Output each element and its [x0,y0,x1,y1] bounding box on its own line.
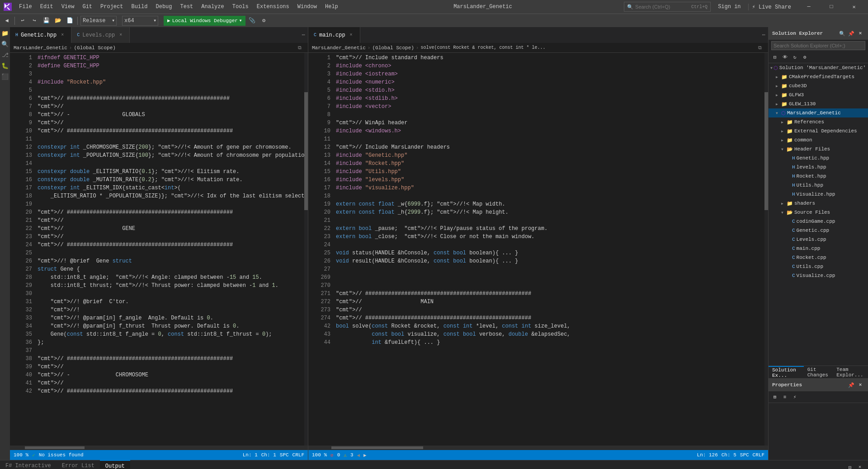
tree-item[interactable]: ▼ ⬡ Solution 'MarsLander_Genetic' (31 of… [769,63,868,72]
se-search-input[interactable] [771,41,865,50]
toolbar-back-btn[interactable]: ◀ [2,16,12,26]
breadcrumb-scope[interactable]: MarsLander_Genetic [14,45,67,51]
right-code-area[interactable]: 1234567891011121314151617181920212223242… [314,53,764,446]
search-input[interactable] [635,4,689,9]
right-scroll-h[interactable] [308,446,768,450]
right-zoom[interactable]: 100 % [312,452,327,458]
se-refresh[interactable]: ↻ [790,53,799,62]
tree-item[interactable]: ▶ 📁 GLEW_1130 [769,99,868,108]
menu-view[interactable]: View [58,3,78,11]
breadcrumb-global[interactable]: (Global Scope) [74,45,115,51]
right-spc[interactable]: SPC [740,452,749,458]
tree-item[interactable]: ▶ 📁 shaders [769,199,868,208]
menu-window[interactable]: Window [294,3,321,11]
props-close-btn[interactable]: × [856,381,864,389]
menu-help[interactable]: Help [321,3,342,11]
close-tab2-btn[interactable]: × [118,32,124,38]
tree-item[interactable]: C Visualize.cpp [769,271,868,280]
menu-file[interactable]: File [15,3,36,11]
menu-extensions[interactable]: Extensions [253,3,293,11]
toolbar-more[interactable]: ⚙ [259,16,269,26]
tree-item[interactable]: C main.cpp [769,244,868,253]
tree-item[interactable]: ▶ 📁 common [769,136,868,145]
menu-project[interactable]: Project [97,3,127,11]
right-tab-more[interactable]: ⋯ [759,27,768,43]
bottom-tab-fsharp[interactable]: F# Interactive [0,460,57,469]
tree-item[interactable]: ▼ 📂 Source Files [769,208,868,217]
bottom-float-btn[interactable]: ⊡ [845,463,854,469]
se-filter[interactable]: ⚙ [800,53,809,62]
menu-tools[interactable]: Tools [229,3,252,11]
search-bar[interactable]: 🔍 Ctrl+Q [624,2,711,12]
menu-debug[interactable]: Debug [152,3,175,11]
maximize-button[interactable]: □ [821,0,842,14]
right-bc-scope[interactable]: MarsLander_Genetic [312,45,366,51]
tree-item[interactable]: ▶ 📁 CMakePredefinedTargets [769,72,868,81]
tree-item[interactable]: H levels.hpp [769,163,868,172]
sign-in-button[interactable]: Sign in [714,4,744,10]
tree-item[interactable]: ▶ 📁 References [769,117,868,127]
tree-item[interactable]: H Visualize.hpp [769,190,868,199]
right-bc-fn[interactable]: solve(const Rocket & rocket, const int *… [420,45,545,50]
close-tab3-btn[interactable]: × [348,32,354,38]
right-crlf[interactable]: CRLF [753,452,764,458]
menu-build[interactable]: Build [127,3,151,11]
toolbar-undo[interactable]: ↩ [18,16,28,26]
se-show-all[interactable]: 👁 [780,53,789,62]
tree-item[interactable]: ▼ ⬡ MarsLander_Genetic [769,108,868,117]
props-grid-btn[interactable]: ⊞ [770,393,779,402]
props-list-btn[interactable]: ≡ [780,393,789,402]
tree-item[interactable]: C Genetic.cpp [769,226,868,235]
tree-item[interactable]: C codinGame.cpp [769,217,868,226]
config-dropdown[interactable]: Release ▼ [80,16,117,26]
right-split-btn[interactable]: ⧉ [755,44,764,52]
toolbar-redo[interactable]: ↪ [29,16,39,26]
close-tab-btn[interactable]: × [59,32,66,38]
platform-dropdown[interactable]: x64 ▼ [122,16,158,26]
left-ln[interactable]: Ln: 1 [243,452,258,458]
tree-item[interactable]: C Rocket.cpp [769,253,868,262]
menu-test[interactable]: Test [177,3,197,11]
left-scroll-h[interactable] [10,446,308,450]
tree-item[interactable]: H Rocket.hpp [769,172,868,181]
activity-search[interactable]: 🔍 [0,40,9,49]
activity-explorer[interactable]: 📁 [0,29,9,38]
tab-more-btn[interactable]: ⋯ [299,27,308,43]
tab-genetic-hpp[interactable]: H Genetic.hpp × [10,27,71,43]
right-nav-fwd[interactable]: ▶ [363,452,367,458]
se-pin-btn[interactable]: 📌 [847,29,855,38]
se-tab-team[interactable]: Team Explor... [833,366,868,378]
toolbar-attach[interactable]: 📎 [247,16,257,26]
activity-git[interactable]: ⎇ [0,51,9,60]
left-spc[interactable]: SPC [280,452,289,458]
tree-item[interactable]: C Levels.cpp [769,235,868,244]
se-collapse-all[interactable]: ⊟ [770,53,779,62]
left-crlf[interactable]: CRLF [292,452,304,458]
activity-extensions[interactable]: ⬛ [0,72,9,81]
toolbar-save[interactable]: 💾 [41,16,51,26]
bottom-tab-output[interactable]: Output [100,460,130,469]
toolbar-new[interactable]: 📄 [65,16,75,26]
left-code-area[interactable]: 1234567891011121314151617181920212223242… [15,53,304,446]
minimize-button[interactable]: ─ [798,0,819,14]
right-bc-global[interactable]: (Global Scope) [372,45,414,51]
tree-item[interactable]: ▶ 📁 GLFW3 [769,90,868,99]
props-pin-btn[interactable]: 📌 [847,381,855,389]
bottom-tab-errors[interactable]: Error List [57,460,100,469]
menu-analyze[interactable]: Analyze [198,3,227,11]
props-event-btn[interactable]: ⚡ [790,393,799,402]
tree-item[interactable]: H Utils.hpp [769,181,868,190]
tab-main-cpp[interactable]: C main.cpp × [308,27,360,43]
right-nav-back[interactable]: ◀ [357,452,360,458]
toolbar-open[interactable]: 📂 [53,16,63,26]
se-close-btn[interactable]: × [856,29,864,38]
right-ch[interactable]: Ch: 5 [722,452,736,458]
se-search-btn[interactable]: 🔍 [838,29,846,38]
left-ch[interactable]: Ch: 1 [261,452,276,458]
left-zoom[interactable]: 100 % [14,452,28,458]
debug-start-button[interactable]: ▶ Local Windows Debugger ▼ [164,16,245,26]
tree-item[interactable]: H Genetic.hpp [769,154,868,163]
menu-edit[interactable]: Edit [37,3,57,11]
split-editor-btn[interactable]: ⧉ [295,44,304,52]
close-button[interactable]: ✕ [844,0,864,14]
